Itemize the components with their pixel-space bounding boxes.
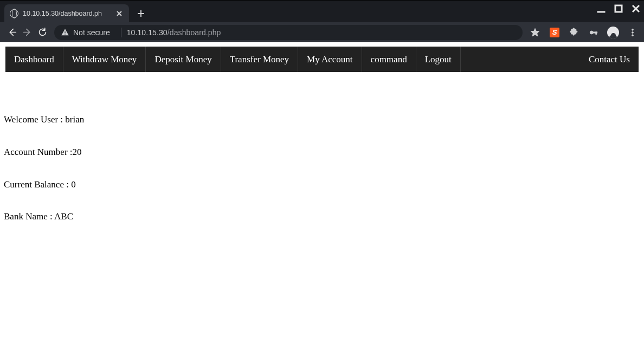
nav-back-button[interactable] xyxy=(4,25,20,40)
extension-button[interactable]: S xyxy=(548,25,562,40)
nav-withdraw[interactable]: Withdraw Money xyxy=(63,47,146,72)
plus-icon xyxy=(137,10,145,17)
page-viewport: Dashboard Withdraw Money Deposit Money T… xyxy=(0,42,644,227)
welcome-text: Welcome User : brian xyxy=(4,113,639,126)
nav-contact-us[interactable]: Contact Us xyxy=(580,47,639,72)
svg-rect-1 xyxy=(65,31,65,33)
nav-spacer xyxy=(461,47,580,72)
nav-dashboard[interactable]: Dashboard xyxy=(5,47,63,72)
browser-tab-strip: 10.10.15.30/dashboard.ph xyxy=(0,0,644,22)
browser-menu-button[interactable] xyxy=(626,25,640,40)
avatar-icon xyxy=(607,27,619,38)
not-secure-indicator[interactable]: Not secure xyxy=(61,28,110,37)
extensions-menu-button[interactable] xyxy=(567,25,581,40)
globe-icon xyxy=(10,9,18,18)
window-minimize-button[interactable] xyxy=(596,4,606,14)
nav-transfer[interactable]: Transfer Money xyxy=(221,47,298,72)
account-number-text: Account Number :20 xyxy=(4,146,639,159)
bolt-icon: S xyxy=(550,28,559,37)
site-navbar: Dashboard Withdraw Money Deposit Money T… xyxy=(5,47,639,72)
browser-tab[interactable]: 10.10.15.30/dashboard.ph xyxy=(4,4,129,22)
nav-deposit[interactable]: Deposit Money xyxy=(146,47,221,72)
balance-text: Current Balance : 0 xyxy=(4,178,639,191)
passwords-button[interactable] xyxy=(587,25,601,40)
nav-logout[interactable]: Logout xyxy=(416,47,461,72)
star-icon xyxy=(530,28,540,37)
svg-rect-2 xyxy=(65,34,65,34)
dashboard-content: Welcome User : brian Account Number :20 … xyxy=(5,72,639,223)
window-controls xyxy=(596,4,641,14)
toolbar-right-icons: S xyxy=(528,25,640,40)
profile-button[interactable] xyxy=(606,25,620,40)
svg-point-8 xyxy=(632,34,634,36)
nav-forward-button[interactable] xyxy=(20,25,35,40)
url-host: 10.10.15.30 xyxy=(127,28,168,37)
browser-toolbar: Not secure 10.10.15.30/dashboard.php S xyxy=(0,22,644,42)
tab-title: 10.10.15.30/dashboard.ph xyxy=(23,10,115,17)
bookmark-button[interactable] xyxy=(528,25,542,40)
url-text: 10.10.15.30/dashboard.php xyxy=(127,28,221,37)
puzzle-icon xyxy=(569,28,579,37)
svg-rect-0 xyxy=(615,5,622,12)
close-icon xyxy=(117,11,122,16)
warning-icon xyxy=(61,28,69,37)
address-bar[interactable]: Not secure 10.10.15.30/dashboard.php xyxy=(54,25,523,40)
address-separator xyxy=(121,28,121,37)
window-maximize-button[interactable] xyxy=(614,4,623,14)
svg-point-7 xyxy=(632,31,634,33)
new-tab-button[interactable] xyxy=(133,6,149,21)
key-icon xyxy=(589,28,598,37)
not-secure-label: Not secure xyxy=(73,28,110,37)
window-close-button[interactable] xyxy=(631,4,641,14)
tab-close-button[interactable] xyxy=(115,9,124,18)
svg-point-6 xyxy=(632,29,634,30)
svg-rect-5 xyxy=(596,31,597,34)
kebab-icon xyxy=(628,28,637,37)
nav-reload-button[interactable] xyxy=(35,25,50,40)
url-path: /dashboard.php xyxy=(168,28,221,37)
nav-command[interactable]: command xyxy=(362,47,416,72)
nav-my-account[interactable]: My Account xyxy=(298,47,362,72)
bank-name-text: Bank Name : ABC xyxy=(4,210,639,223)
